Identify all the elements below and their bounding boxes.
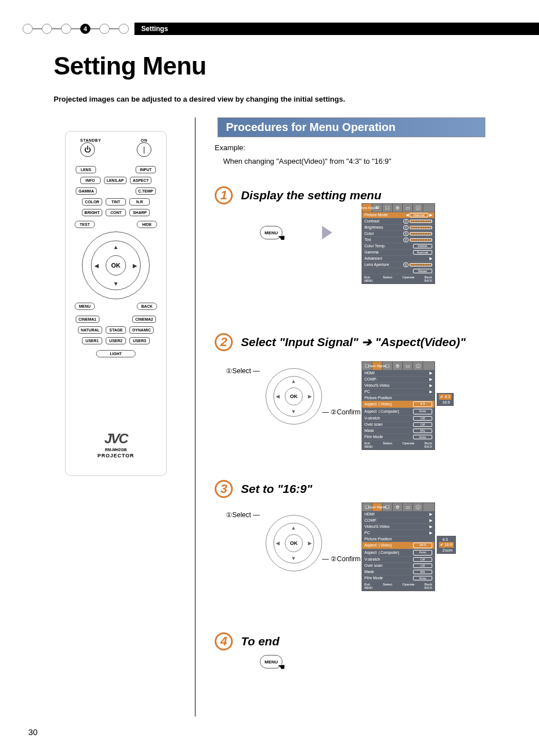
callout-select: ①Select — (226, 511, 260, 519)
example-text: When changing "Aspect(Video)" from "4:3"… (223, 157, 392, 165)
vertical-divider (195, 117, 195, 716)
step-4: 4 To end MENU☚ (215, 632, 485, 650)
step-4-title: To end (241, 635, 279, 648)
intro-text: Projected images can be adjusted to a de… (54, 95, 345, 103)
menu-press-icon: MENU☚ (260, 655, 282, 668)
standby-button[interactable]: ⏻ (80, 142, 95, 157)
callout-confirm: — ②Confirm (322, 408, 360, 416)
step-1-title: Display the setting menu (241, 189, 381, 202)
mini-dpad: OK ▲▼ ◀▶ (266, 368, 322, 425)
dynamic-button[interactable]: DYNAMIC (129, 326, 154, 334)
on-button[interactable]: ❘ (137, 142, 151, 157)
right-arrow-icon[interactable]: ▶ (133, 263, 137, 269)
lensap-button[interactable]: LENS.AP (104, 177, 127, 184)
osd-input-signal-2: ☐Input Signal☐⚙▭ⓘ HDMI▶ COMP.▶ Video/S-V… (362, 502, 435, 591)
step-1: 1 Display the setting menu MENU☚ Picture… (215, 186, 485, 204)
menu-button[interactable]: MENU (75, 303, 95, 310)
ok-button-icon: OK (285, 387, 303, 405)
step-number-icon: 2 (215, 333, 233, 351)
natural-button[interactable]: NATURAL (78, 326, 102, 334)
user3-button[interactable]: USER3 (129, 337, 150, 344)
lens-button[interactable]: LENS (76, 166, 96, 173)
bright-button[interactable]: BRIGHT (82, 209, 103, 216)
example-label: Example: (215, 143, 245, 152)
step-dot-5 (99, 24, 110, 34)
ctemp-button[interactable]: C.TEMP (136, 187, 156, 195)
step-number-icon: 3 (215, 480, 233, 498)
step-3: 3 Set to "16:9" ①Select — OK ▲▼ ◀▶ — ②Co… (215, 480, 485, 571)
sharp-button[interactable]: SHARP (129, 209, 150, 216)
step-number-icon: 1 (215, 186, 233, 204)
info-button[interactable]: INFO (80, 177, 101, 184)
cont-button[interactable]: CONT (106, 209, 126, 216)
breadcrumb: 4 Settings (0, 23, 539, 35)
step-2-title: Select "Input Signal" ➔ "Aspect(Video)" (241, 335, 466, 348)
user2-button[interactable]: USER2 (106, 337, 126, 344)
nr-button[interactable]: N.R (129, 198, 150, 206)
hand-icon: ☚ (278, 233, 285, 242)
osd-picture-adjust: Picture Adjust⧉☐⚙▭ⓘ Picture Mode◀ Natura… (362, 203, 435, 284)
model-number: RM-MH2GB (71, 448, 160, 452)
callout-confirm: — ②Confirm (322, 555, 360, 563)
menu-press-icon: MENU☚ (260, 226, 282, 239)
step-dot-2 (42, 24, 52, 34)
down-arrow-icon[interactable]: ▼ (113, 281, 119, 287)
aspect-popup: ✔ 4:3 16:9 (436, 392, 454, 407)
page-title: Setting Menu (54, 52, 206, 80)
on-label: ON (137, 138, 151, 142)
brand-logo: JVC (71, 431, 160, 447)
osd-row-label: Picture Mode (364, 213, 388, 217)
ok-button[interactable]: OK (106, 255, 126, 276)
step-dot-3 (61, 24, 71, 34)
procedures-header: Procedures for Menu Operation (218, 117, 485, 137)
step-number-icon: 4 (215, 632, 233, 650)
left-arrow-icon[interactable]: ◀ (94, 263, 99, 269)
step-3-title: Set to "16:9" (241, 482, 312, 495)
cinema2-button[interactable]: CINEMA2 (132, 316, 156, 323)
mini-dpad: OK ▲▼ ◀▶ (266, 515, 322, 571)
step-dot-6 (119, 24, 129, 34)
tint-button[interactable]: TINT (106, 198, 126, 206)
dpad[interactable]: OK ▲ ▼ ◀ ▶ (82, 231, 150, 299)
step-dot-1 (23, 24, 33, 34)
remote-illustration: STANDBY⏻ ON❘ LENS INPUT INFOLENS.APASPEC… (65, 131, 178, 476)
user1-button[interactable]: USER1 (82, 337, 102, 344)
color-button[interactable]: COLOR (82, 198, 102, 206)
standby-label: STANDBY (80, 138, 101, 142)
ok-button-icon: OK (285, 534, 303, 552)
aspect-button[interactable]: ASPECT (130, 177, 151, 184)
callout-select: ①Select — (226, 367, 260, 375)
osd-input-signal-1: ☐Input Signal☐⚙▭ⓘ HDMI▶ COMP.▶ Video/S-V… (362, 361, 435, 450)
light-button[interactable]: LIGHT (96, 350, 136, 357)
aspect-popup: 4:3 ✔ 16:9 Zoom (436, 535, 457, 554)
gamma-button[interactable]: GAMMA (76, 187, 97, 195)
osd-tab-active: Picture Adjust (362, 204, 372, 212)
arrow-right-icon (322, 226, 332, 239)
section-label: Settings (134, 23, 539, 35)
step-dot-4-active: 4 (80, 24, 90, 34)
stage-button[interactable]: STAGE (106, 326, 126, 334)
hand-icon: ☚ (278, 662, 285, 671)
step-2: 2 Select "Input Signal" ➔ "Aspect(Video)… (215, 333, 485, 425)
projector-label: PROJECTOR (71, 453, 160, 458)
page-number: 30 (28, 727, 38, 737)
input-button[interactable]: INPUT (136, 166, 156, 173)
up-arrow-icon[interactable]: ▲ (113, 244, 119, 250)
back-button[interactable]: BACK (137, 303, 157, 310)
hide-button[interactable]: HIDE (137, 221, 157, 228)
cinema1-button[interactable]: CINEMA1 (76, 316, 99, 323)
test-button[interactable]: TEST (75, 221, 95, 228)
